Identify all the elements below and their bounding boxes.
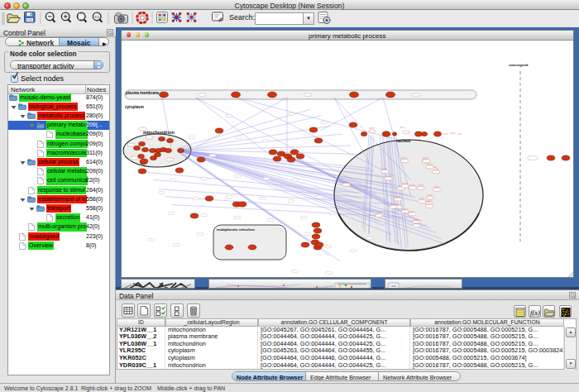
svg-text:nucleus: nucleus xyxy=(396,139,411,143)
svg-text:unassigned: unassigned xyxy=(509,63,529,67)
svg-text:mitochondrion: mitochondrion xyxy=(143,130,175,135)
svg-text:f(x): f(x) xyxy=(530,308,540,317)
svg-text:cytoplasm: cytoplasm xyxy=(125,105,144,109)
svg-text:endoplasmic reticulum: endoplasmic reticulum xyxy=(217,227,255,232)
svg-text:1:1: 1:1 xyxy=(94,16,99,19)
svg-text:plasma membrane: plasma membrane xyxy=(126,91,160,95)
